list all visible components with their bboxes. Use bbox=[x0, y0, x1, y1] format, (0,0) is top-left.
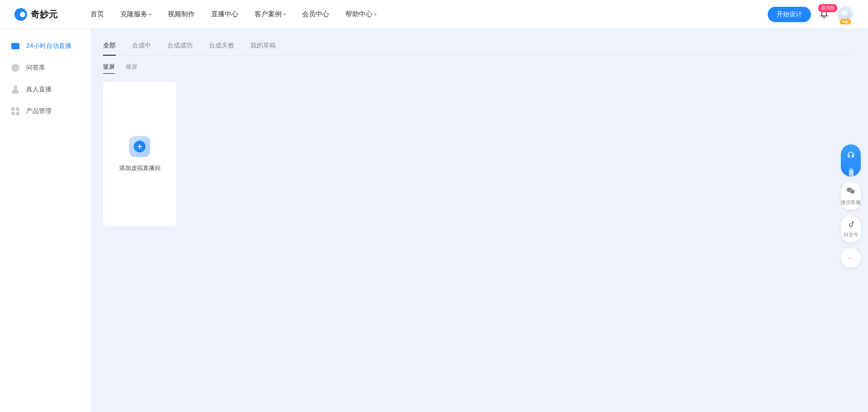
start-design-button[interactable]: 开始设计 bbox=[768, 7, 811, 22]
tab-my-drafts[interactable]: 我的草稿 bbox=[250, 38, 276, 55]
chat-icon bbox=[11, 63, 20, 72]
headset-icon bbox=[847, 151, 855, 161]
sidebar-item-real-live[interactable]: 真人直播 bbox=[0, 79, 90, 100]
body-layout: 24小时自动直播 问答库 真人直播 产品管理 全部 合成中 合成成功 合成失败 … bbox=[0, 29, 868, 412]
logo-icon bbox=[14, 8, 27, 21]
nav-live-center[interactable]: 直播中心 bbox=[211, 10, 238, 19]
sidebar-item-qa-library[interactable]: 问答库 bbox=[0, 57, 90, 79]
sidebar-item-label: 真人直播 bbox=[26, 85, 52, 94]
consult-label: 合作咨询 bbox=[847, 163, 855, 170]
sidebar-item-label: 产品管理 bbox=[26, 107, 52, 115]
nav-label: 直播中心 bbox=[211, 10, 238, 19]
nav-label: 首页 bbox=[90, 10, 104, 19]
scroll-to-top-button[interactable]: ︿ bbox=[841, 248, 861, 268]
status-tabs: 全部 合成中 合成成功 合成失败 我的草稿 bbox=[103, 38, 855, 56]
nav-customer-cases[interactable]: 客户案例▾ bbox=[255, 10, 286, 19]
subtab-landscape[interactable]: 横屏 bbox=[126, 61, 137, 73]
left-sidebar: 24小时自动直播 问答库 真人直播 产品管理 bbox=[0, 29, 90, 412]
nav-label: 会员中心 bbox=[302, 10, 329, 19]
nav-label: 帮助中心 bbox=[345, 10, 373, 19]
nav-help-center[interactable]: 帮助中心▾ bbox=[345, 10, 377, 19]
top-header: 奇妙元 首页 克隆服务▾ 视频制作 直播中心 客户案例▾ 会员中心 帮助中心▾ … bbox=[0, 0, 868, 29]
wechat-icon bbox=[846, 186, 855, 198]
person-icon bbox=[11, 85, 20, 94]
grid-icon bbox=[11, 107, 20, 116]
tab-synthesizing[interactable]: 合成中 bbox=[132, 38, 151, 55]
sidebar-item-label: 问答库 bbox=[26, 64, 45, 72]
tab-synthesis-success[interactable]: 合成成功 bbox=[167, 38, 193, 55]
notification-badge: 新消息 bbox=[818, 4, 837, 12]
consult-button[interactable]: 合作咨询 bbox=[841, 144, 861, 176]
main-content: 全部 合成中 合成成功 合成失败 我的草稿 竖屏 横屏 + 添加虚拟直播间 bbox=[90, 29, 868, 412]
tab-synthesis-failed[interactable]: 合成失败 bbox=[209, 38, 234, 55]
douyin-button[interactable]: 抖音号 bbox=[841, 215, 861, 242]
add-card-label: 添加虚拟直播间 bbox=[119, 164, 160, 172]
nav-home[interactable]: 首页 bbox=[90, 10, 104, 19]
top-nav: 首页 克隆服务▾ 视频制作 直播中心 客户案例▾ 会员中心 帮助中心▾ bbox=[90, 10, 377, 19]
nav-video-production[interactable]: 视频制作 bbox=[168, 10, 195, 19]
floating-actions: 合作咨询 微信客服 抖音号 ︿ bbox=[841, 144, 861, 268]
wechat-label: 微信客服 bbox=[841, 199, 861, 205]
notifications-button[interactable]: 新消息 bbox=[819, 9, 829, 19]
sidebar-item-product-manage[interactable]: 产品管理 bbox=[0, 100, 90, 122]
card-area: + 添加虚拟直播间 bbox=[103, 82, 855, 227]
monitor-icon bbox=[11, 42, 20, 51]
subtab-portrait[interactable]: 竖屏 bbox=[103, 61, 115, 73]
sidebar-item-label: 24小时自动直播 bbox=[26, 42, 71, 50]
chevron-down-icon: ▾ bbox=[374, 12, 377, 17]
douyin-label: 抖音号 bbox=[844, 232, 859, 238]
logo[interactable]: 奇妙元 bbox=[14, 8, 58, 21]
chevron-down-icon: ▾ bbox=[149, 12, 151, 17]
chevron-up-icon: ︿ bbox=[847, 253, 854, 263]
add-virtual-live-room-card[interactable]: + 添加虚拟直播间 bbox=[103, 82, 176, 227]
logo-text: 奇妙元 bbox=[31, 8, 58, 20]
nav-clone-service[interactable]: 克隆服务▾ bbox=[120, 10, 151, 19]
tab-all[interactable]: 全部 bbox=[103, 38, 116, 55]
nav-label: 客户案例 bbox=[255, 10, 282, 19]
wechat-support-button[interactable]: 微信客服 bbox=[841, 182, 861, 210]
user-avatar[interactable]: vip bbox=[837, 6, 854, 23]
vip-badge: vip bbox=[840, 19, 851, 24]
header-right: 开始设计 新消息 vip bbox=[768, 6, 854, 23]
chevron-down-icon: ▾ bbox=[283, 12, 286, 17]
orientation-tabs: 竖屏 横屏 bbox=[103, 61, 855, 73]
nav-member-center[interactable]: 会员中心 bbox=[302, 10, 329, 19]
douyin-icon bbox=[847, 220, 855, 230]
nav-label: 克隆服务 bbox=[120, 10, 147, 19]
nav-label: 视频制作 bbox=[168, 10, 195, 19]
plus-icon: + bbox=[129, 136, 150, 157]
sidebar-item-auto-live[interactable]: 24小时自动直播 bbox=[0, 35, 90, 57]
